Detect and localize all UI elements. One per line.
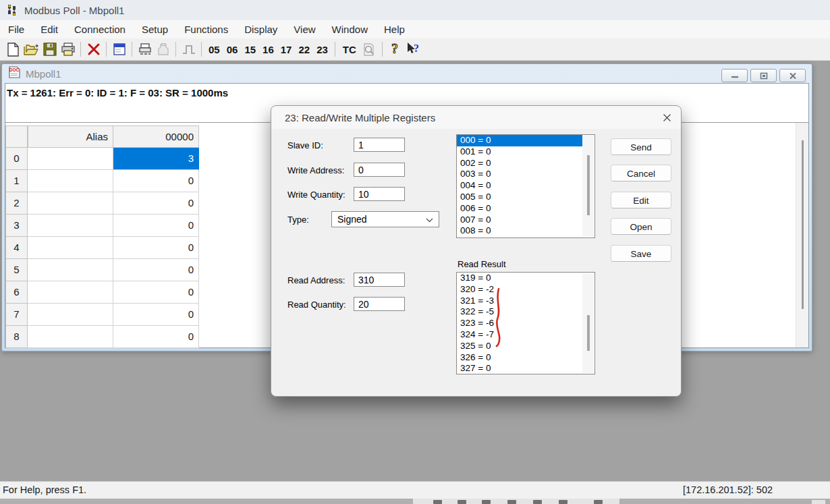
row-header[interactable]: 3 — [5, 215, 28, 237]
close-child-button[interactable] — [779, 69, 806, 82]
child-titlebar[interactable]: DOC Mbpoll1 — [2, 64, 812, 83]
alias-cell[interactable] — [28, 237, 113, 259]
row-header[interactable]: 5 — [5, 259, 28, 281]
value-cell[interactable]: 0 — [113, 237, 199, 259]
function-15-button[interactable]: 15 — [241, 40, 259, 59]
communication-traffic-button[interactable] — [136, 40, 154, 59]
list-item[interactable]: 004 = 0 — [457, 180, 582, 192]
function-22-button[interactable]: 22 — [295, 40, 313, 59]
row-header[interactable]: 0 — [5, 148, 28, 170]
list-item[interactable]: 320 = -2 — [457, 284, 582, 296]
function-23-button[interactable]: 23 — [313, 40, 331, 59]
value-cell[interactable]: 0 — [113, 304, 199, 326]
alias-cell[interactable] — [28, 148, 113, 170]
list-item[interactable]: 002 = 0 — [457, 158, 582, 169]
alias-cell[interactable] — [28, 192, 113, 215]
list-item[interactable]: 003 = 0 — [457, 169, 582, 180]
list-item[interactable]: 322 = -5 — [457, 306, 582, 318]
menu-connection[interactable]: Connection — [66, 20, 134, 38]
alias-cell[interactable] — [28, 281, 113, 304]
test-center-button-disabled[interactable] — [154, 40, 172, 59]
read-result-list[interactable]: 319 = 0 320 = -2 321 = -3 322 = -5 323 =… — [456, 272, 595, 374]
tc-button[interactable]: TC — [339, 40, 360, 59]
write-registers-list[interactable]: 000 = 0 001 = 0 002 = 0 003 = 0 004 = 0 … — [456, 134, 595, 238]
list-item[interactable]: 323 = -6 — [457, 318, 582, 329]
open-file-button[interactable] — [22, 40, 40, 59]
open-button[interactable]: Open — [611, 218, 671, 235]
grid-col-alias[interactable]: Alias — [28, 125, 113, 148]
row-header[interactable]: 8 — [5, 326, 28, 348]
list-item[interactable]: 327 = 0 — [457, 363, 582, 374]
menu-edit[interactable]: Edit — [32, 20, 66, 38]
function-05-button[interactable]: 05 — [205, 40, 223, 59]
menu-view[interactable]: View — [285, 20, 323, 38]
scrollbar-thumb[interactable] — [587, 155, 590, 215]
pulse-button-disabled[interactable] — [179, 40, 198, 59]
type-combobox[interactable]: Signed — [331, 211, 439, 227]
row-header[interactable]: 1 — [5, 170, 28, 192]
context-help-button[interactable]: ? — [404, 40, 422, 59]
value-cell[interactable]: 0 — [113, 281, 199, 304]
about-help-button[interactable]: ? — [386, 40, 404, 59]
write-list-scrollbar[interactable] — [582, 136, 594, 237]
value-cell[interactable]: 0 — [113, 326, 199, 348]
menu-window[interactable]: Window — [324, 20, 376, 38]
function-16-button[interactable]: 16 — [259, 40, 277, 59]
menu-file[interactable]: File — [0, 20, 32, 38]
list-item[interactable]: 008 = 0 — [457, 225, 582, 237]
list-item[interactable]: 006 = 0 — [457, 203, 582, 215]
write-quantity-input[interactable] — [354, 187, 405, 201]
read-address-input[interactable] — [354, 273, 405, 287]
save-file-button[interactable] — [40, 40, 59, 59]
row-header[interactable]: 4 — [5, 237, 28, 259]
print-button[interactable] — [59, 40, 77, 59]
value-cell[interactable]: 0 — [113, 259, 199, 281]
list-item[interactable]: 007 = 0 — [457, 215, 582, 226]
row-header[interactable]: 2 — [5, 192, 28, 215]
alias-cell[interactable] — [28, 170, 113, 192]
restore-button[interactable] — [750, 69, 777, 82]
slave-id-input[interactable] — [354, 138, 405, 152]
new-file-button[interactable] — [4, 40, 22, 59]
menu-setup[interactable]: Setup — [134, 20, 176, 38]
list-item[interactable]: 325 = 0 — [457, 341, 582, 352]
alias-cell[interactable] — [28, 304, 113, 326]
alias-cell[interactable] — [28, 326, 113, 348]
grid-col-00000[interactable]: 00000 — [113, 125, 199, 148]
read-list-scrollbar[interactable] — [582, 273, 594, 373]
cancel-button[interactable]: Cancel — [611, 165, 671, 181]
list-item-selected[interactable]: 000 = 0 — [457, 135, 582, 146]
minimize-button[interactable] — [721, 69, 748, 82]
scrollbar-thumb[interactable] — [802, 140, 804, 309]
list-item[interactable]: 321 = -3 — [457, 296, 582, 307]
edit-button[interactable]: Edit — [611, 192, 671, 208]
value-cell-selected[interactable]: 3 — [113, 148, 199, 170]
value-cell[interactable]: 0 — [113, 192, 199, 215]
write-address-input[interactable] — [354, 163, 405, 177]
list-item[interactable]: 324 = -7 — [457, 329, 582, 341]
menu-help[interactable]: Help — [376, 20, 413, 38]
list-item[interactable]: 001 = 0 — [457, 146, 582, 158]
value-cell[interactable]: 0 — [113, 170, 199, 192]
save-button[interactable]: Save — [611, 245, 671, 262]
value-cell[interactable]: 0 — [113, 215, 199, 237]
alias-cell[interactable] — [28, 259, 113, 281]
list-item[interactable]: 319 = 0 — [457, 273, 582, 284]
dialog-close-button[interactable] — [662, 113, 671, 122]
vertical-scrollbar[interactable] — [796, 123, 808, 347]
menu-functions[interactable]: Functions — [176, 20, 236, 38]
log-viewer-button-disabled[interactable] — [360, 40, 379, 59]
scrollbar-thumb[interactable] — [587, 315, 590, 351]
connection-setup-button[interactable] — [110, 40, 128, 59]
function-06-button[interactable]: 06 — [223, 40, 242, 59]
row-header[interactable]: 7 — [5, 304, 28, 326]
menu-display[interactable]: Display — [236, 20, 285, 38]
alias-cell[interactable] — [28, 215, 113, 237]
list-item[interactable]: 005 = 0 — [457, 192, 582, 203]
function-17-button[interactable]: 17 — [277, 40, 296, 59]
send-button[interactable]: Send — [611, 138, 671, 155]
list-item[interactable]: 326 = 0 — [457, 352, 582, 364]
disconnect-button[interactable] — [84, 40, 103, 59]
dialog-titlebar[interactable]: 23: Read/Write Multiple Registers — [271, 106, 681, 129]
row-header[interactable]: 6 — [5, 281, 28, 304]
